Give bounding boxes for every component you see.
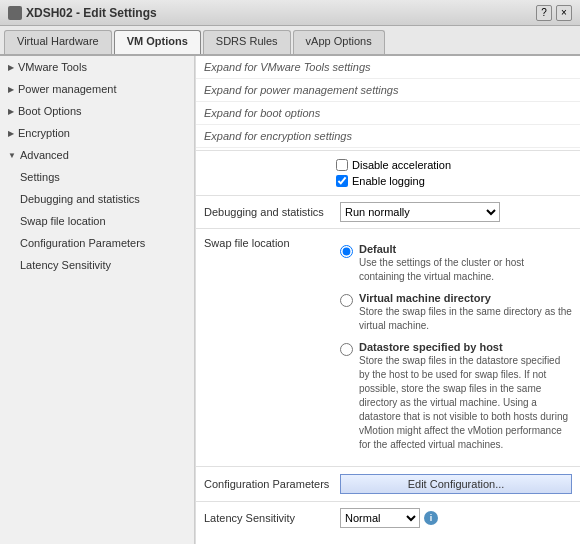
sidebar-item-config-params[interactable]: Configuration Parameters bbox=[0, 232, 194, 254]
expand-boot-options[interactable]: Expand for boot options bbox=[196, 102, 580, 125]
radio-datastore-input[interactable] bbox=[340, 343, 353, 356]
tab-virtual-hardware[interactable]: Virtual Hardware bbox=[4, 30, 112, 54]
collapse-arrow-icon: ▼ bbox=[8, 151, 16, 160]
expand-vmware-tools[interactable]: Expand for VMware Tools settings bbox=[196, 56, 580, 79]
sidebar-item-swap[interactable]: Swap file location bbox=[0, 210, 194, 232]
swap-row: Swap file location Default Use the setti… bbox=[196, 231, 580, 464]
disable-acceleration-checkbox[interactable] bbox=[336, 159, 348, 171]
expand-arrow-icon: ▶ bbox=[8, 129, 14, 138]
radio-datastore: Datastore specified by host Store the sw… bbox=[340, 337, 572, 456]
disable-acceleration-label: Disable acceleration bbox=[352, 159, 451, 171]
debugging-select[interactable]: Run normally Run with debugging Record f… bbox=[340, 202, 500, 222]
radio-datastore-desc: Store the swap files in the datastore sp… bbox=[359, 354, 572, 452]
latency-select[interactable]: Normal Low Medium High bbox=[340, 508, 420, 528]
sidebar-item-boot-options[interactable]: ▶ Boot Options bbox=[0, 100, 194, 122]
radio-default: Default Use the settings of the cluster … bbox=[340, 239, 572, 288]
sidebar-item-debugging[interactable]: Debugging and statistics bbox=[0, 188, 194, 210]
config-params-label: Configuration Parameters bbox=[204, 478, 334, 490]
enable-logging-label: Enable logging bbox=[352, 175, 425, 187]
radio-vm-directory-input[interactable] bbox=[340, 294, 353, 307]
debugging-control: Run normally Run with debugging Record f… bbox=[340, 202, 500, 222]
sidebar-item-advanced[interactable]: ▼ Advanced bbox=[0, 144, 194, 166]
settings-section: Disable acceleration Enable logging bbox=[196, 153, 580, 193]
disable-acceleration-row: Disable acceleration bbox=[336, 157, 572, 173]
sidebar-item-power-management[interactable]: ▶ Power management bbox=[0, 78, 194, 100]
left-panel: ▶ VMware Tools ▶ Power management ▶ Boot… bbox=[0, 56, 195, 544]
sidebar-item-latency[interactable]: Latency Sensitivity bbox=[0, 254, 194, 276]
expand-arrow-icon: ▶ bbox=[8, 85, 14, 94]
latency-control: Normal Low Medium High i bbox=[340, 508, 438, 528]
title-bar: XDSH02 - Edit Settings ? × bbox=[0, 0, 580, 26]
latency-row: Latency Sensitivity Normal Low Medium Hi… bbox=[196, 504, 580, 532]
radio-default-desc: Use the settings of the cluster or host … bbox=[359, 256, 572, 284]
radio-default-input[interactable] bbox=[340, 245, 353, 258]
expand-power-management[interactable]: Expand for power management settings bbox=[196, 79, 580, 102]
swap-label: Swap file location bbox=[204, 235, 334, 249]
right-panel: Expand for VMware Tools settings Expand … bbox=[195, 56, 580, 544]
expand-encryption[interactable]: Expand for encryption settings bbox=[196, 125, 580, 148]
sidebar-item-vmware-tools[interactable]: ▶ VMware Tools bbox=[0, 56, 194, 78]
radio-vm-directory-desc: Store the swap files in the same directo… bbox=[359, 305, 572, 333]
swap-radio-group: Default Use the settings of the cluster … bbox=[340, 235, 572, 460]
expand-arrow-icon: ▶ bbox=[8, 107, 14, 116]
window-title: XDSH02 - Edit Settings bbox=[26, 6, 157, 20]
edit-config-button[interactable]: Edit Configuration... bbox=[340, 474, 572, 494]
sidebar-item-settings[interactable]: Settings bbox=[0, 166, 194, 188]
latency-label: Latency Sensitivity bbox=[204, 512, 334, 524]
enable-logging-row: Enable logging bbox=[336, 173, 572, 189]
edit-config-control: Edit Configuration... bbox=[340, 474, 572, 494]
app-icon bbox=[8, 6, 22, 20]
radio-datastore-title: Datastore specified by host bbox=[359, 341, 572, 353]
radio-vm-directory-title: Virtual machine directory bbox=[359, 292, 572, 304]
tab-sdrs-rules[interactable]: SDRS Rules bbox=[203, 30, 291, 54]
tab-vm-options[interactable]: VM Options bbox=[114, 30, 201, 54]
debugging-label: Debugging and statistics bbox=[204, 206, 334, 218]
enable-logging-checkbox[interactable] bbox=[336, 175, 348, 187]
expand-arrow-icon: ▶ bbox=[8, 63, 14, 72]
close-button[interactable]: × bbox=[556, 5, 572, 21]
info-icon[interactable]: i bbox=[424, 511, 438, 525]
sidebar-item-encryption[interactable]: ▶ Encryption bbox=[0, 122, 194, 144]
debugging-row: Debugging and statistics Run normally Ru… bbox=[196, 198, 580, 226]
config-params-row: Configuration Parameters Edit Configurat… bbox=[196, 469, 580, 499]
help-button[interactable]: ? bbox=[536, 5, 552, 21]
tab-bar: Virtual Hardware VM Options SDRS Rules v… bbox=[0, 26, 580, 56]
radio-vm-directory: Virtual machine directory Store the swap… bbox=[340, 288, 572, 337]
tab-vapp-options[interactable]: vApp Options bbox=[293, 30, 385, 54]
radio-default-title: Default bbox=[359, 243, 572, 255]
